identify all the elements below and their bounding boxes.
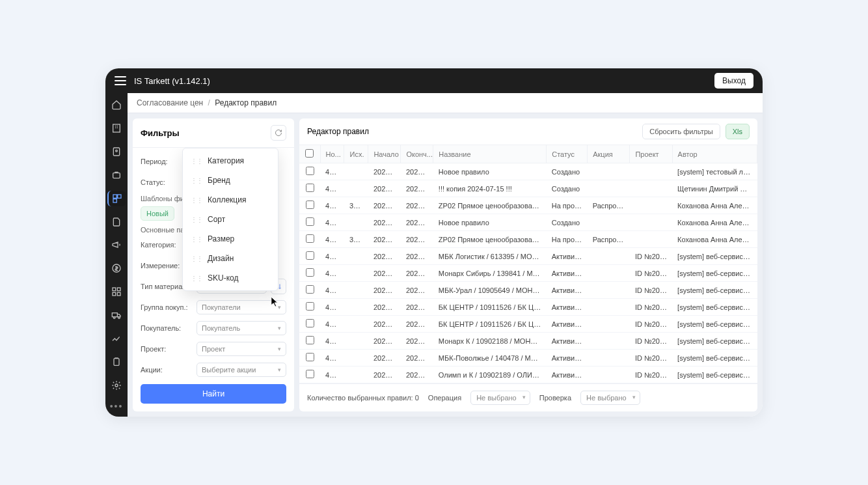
table-row[interactable]: 49...34...2024-...2024-...ZP02 Прямое це… — [299, 197, 757, 214]
nav-boxes-icon[interactable] — [107, 191, 126, 206]
operation-label: Операция — [428, 394, 461, 402]
row-checkbox[interactable] — [306, 217, 314, 226]
row-checkbox[interactable] — [306, 251, 314, 260]
row-checkbox[interactable] — [306, 302, 314, 311]
col-name[interactable]: Название — [433, 145, 547, 163]
dropdown-item-1[interactable]: ⋮⋮Бренд — [183, 171, 278, 190]
col-status[interactable]: Статус — [547, 145, 588, 163]
topbar: IS Tarkett (v1.142.1) Выход — [105, 68, 763, 93]
project-select[interactable]: Проект▾ — [197, 342, 286, 356]
table-row[interactable]: 49...2024-...2024-...МБК-Поволжье / 1404… — [299, 350, 757, 367]
menu-icon[interactable] — [115, 76, 126, 85]
col-author[interactable]: Автор — [672, 145, 757, 163]
svg-rect-8 — [113, 288, 116, 291]
table-row[interactable]: 49...2024-...2024-...Новое правилоСоздан… — [299, 214, 757, 231]
table-row[interactable]: 49...2024-...2024-...БК ЦЕНТР / 10911526… — [299, 299, 757, 316]
svg-point-2 — [116, 150, 118, 152]
svg-rect-0 — [113, 124, 120, 132]
row-checkbox[interactable] — [306, 201, 314, 209]
row-checkbox[interactable] — [306, 285, 314, 294]
table-row[interactable]: 49...34...2024-...2024-...ZP02 Прямое це… — [299, 231, 757, 248]
dropdown-item-2[interactable]: ⋮⋮Коллекция — [183, 190, 278, 210]
logout-button[interactable]: Выход — [714, 73, 753, 89]
dropdown-item-0[interactable]: ⋮⋮Категория — [183, 151, 278, 171]
table-row[interactable]: 49...2024-...2024-...!!! копия 2024-07-1… — [299, 180, 757, 197]
svg-rect-3 — [113, 173, 120, 178]
buyer-group-select[interactable]: Покупатели▾ — [197, 300, 286, 314]
col-start[interactable]: Начало — [368, 145, 401, 163]
nav-document-icon[interactable] — [107, 214, 126, 230]
svg-rect-6 — [113, 199, 116, 202]
nav-megaphone-icon[interactable] — [107, 238, 126, 253]
row-checkbox[interactable] — [306, 167, 314, 175]
nav-more-icon[interactable]: ••• — [110, 401, 124, 411]
dropdown-item-5[interactable]: ⋮⋮Дизайн — [183, 249, 278, 268]
table-row[interactable]: 49...2024-...2024-...МБК Логистик / 6133… — [299, 248, 757, 265]
grip-icon: ⋮⋮ — [191, 177, 202, 184]
rules-table: Но... Исх. Начало Оконч... Название Стат… — [299, 145, 757, 383]
check-select[interactable]: Не выбрано — [580, 391, 640, 405]
breadcrumb-current: Редактор правил — [215, 98, 277, 107]
reset-filters-button[interactable]: Сбросить фильтры — [642, 124, 720, 139]
dropdown-item-6[interactable]: ⋮⋮SKU-код — [183, 268, 278, 288]
filters-panel: Фильтры ⋮⋮Категория⋮⋮Бренд⋮⋮Коллекция⋮⋮С… — [133, 118, 294, 411]
nav-clipboard-icon[interactable] — [107, 354, 126, 370]
nav-truck-icon[interactable] — [107, 307, 126, 323]
breadcrumb: Согласование цен / Редактор правил — [128, 93, 763, 113]
row-checkbox[interactable] — [306, 336, 314, 344]
svg-rect-11 — [117, 293, 120, 296]
grip-icon: ⋮⋮ — [191, 216, 202, 223]
table-row[interactable]: 49...2024-...2024-...Монарх К / 10902188… — [299, 333, 757, 350]
table-row[interactable]: 49...2024-...2024-...Олимп и К / 1090218… — [299, 367, 757, 383]
row-checkbox[interactable] — [306, 370, 314, 378]
nav-home-icon[interactable] — [107, 97, 126, 113]
buyer-select[interactable]: Покупатель▾ — [197, 321, 286, 335]
buyer-label: Покупатель: — [141, 324, 193, 332]
row-checkbox[interactable] — [306, 353, 314, 361]
xls-button[interactable]: Xls — [726, 124, 750, 139]
template-new-chip[interactable]: Новый — [141, 206, 174, 221]
grip-icon: ⋮⋮ — [191, 197, 202, 204]
nav-chart-icon[interactable] — [107, 331, 126, 346]
nav-dollar-icon[interactable] — [107, 260, 126, 276]
svg-rect-12 — [112, 313, 117, 317]
select-all-checkbox[interactable] — [305, 149, 314, 158]
col-checkbox — [299, 145, 320, 163]
find-button[interactable]: Найти — [141, 384, 286, 404]
actions-label: Акции: — [141, 366, 193, 374]
col-action[interactable]: Акция — [588, 145, 630, 163]
row-checkbox[interactable] — [306, 184, 314, 192]
row-checkbox[interactable] — [306, 234, 314, 243]
col-project[interactable]: Проект — [630, 145, 672, 163]
nav-grid-icon[interactable] — [107, 284, 126, 299]
svg-point-13 — [113, 317, 115, 319]
app-frame: IS Tarkett (v1.142.1) Выход ••• Согласов… — [105, 68, 763, 417]
svg-point-14 — [118, 317, 120, 319]
svg-rect-4 — [113, 195, 116, 198]
grip-icon: ⋮⋮ — [191, 275, 202, 282]
table-row[interactable]: 49...2024-...2024-...Новое правилоСоздан… — [299, 163, 757, 180]
nav-building-icon[interactable] — [107, 120, 126, 136]
refresh-icon[interactable] — [271, 125, 286, 141]
grip-icon: ⋮⋮ — [191, 236, 202, 243]
dropdown-item-3[interactable]: ⋮⋮Сорт — [183, 210, 278, 229]
editor-footer: Количество выбранных правил: 0 Операция … — [299, 383, 757, 411]
nav-briefcase-icon[interactable] — [107, 167, 126, 183]
check-label: Проверка — [539, 394, 571, 402]
col-no[interactable]: Но... — [320, 145, 344, 163]
row-checkbox[interactable] — [306, 268, 314, 277]
nav-user-icon[interactable] — [107, 144, 126, 159]
actions-select[interactable]: Выберите акции▾ — [197, 363, 286, 377]
project-label: Проект: — [141, 345, 193, 353]
row-checkbox[interactable] — [306, 319, 314, 327]
table-row[interactable]: 49...2024-...2024-...Монарх Сибирь / 139… — [299, 265, 757, 282]
dropdown-item-4[interactable]: ⋮⋮Размер — [183, 229, 278, 249]
grip-icon: ⋮⋮ — [191, 158, 202, 165]
col-end[interactable]: Оконч... — [401, 145, 433, 163]
table-row[interactable]: 49...2024-...2024-...БК ЦЕНТР / 10911526… — [299, 316, 757, 333]
operation-select[interactable]: Не выбрано — [470, 391, 530, 405]
col-isx[interactable]: Исх. — [344, 145, 368, 163]
nav-gear-icon[interactable] — [107, 378, 126, 393]
breadcrumb-parent[interactable]: Согласование цен — [137, 98, 203, 107]
table-row[interactable]: 49...2024-...2024-...МБК-Урал / 10905649… — [299, 282, 757, 299]
